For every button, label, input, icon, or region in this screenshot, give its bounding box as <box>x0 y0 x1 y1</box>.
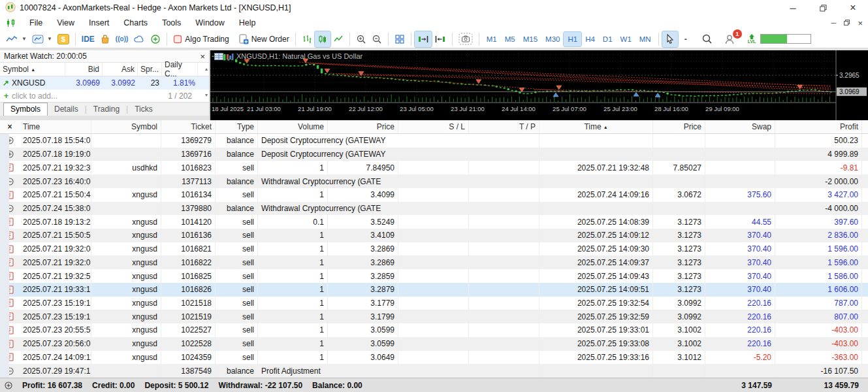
timeframe-m1[interactable]: M1 <box>483 32 501 46</box>
table-row[interactable]: 2025.07.21 19:32:09 xngusd 1016822 sell1… <box>0 255 868 269</box>
timeframe-m15[interactable]: M15 <box>519 32 541 46</box>
search-button[interactable] <box>699 31 715 47</box>
restore-button[interactable] <box>808 0 838 16</box>
bar-chart-style-button[interactable] <box>299 31 315 47</box>
zoom-out-button[interactable] <box>369 31 385 47</box>
table-row[interactable]: 2025.07.18 15:54:02 1369279 balanceDepos… <box>0 134 868 148</box>
metaeditor-button[interactable]: IDE <box>79 31 97 47</box>
mdi-restore-button[interactable] <box>844 19 850 27</box>
table-row[interactable]: 2025.07.29 19:47:13 1387549 balanceProfi… <box>0 364 868 378</box>
menu-insert[interactable]: Insert <box>82 18 116 27</box>
table-row[interactable]: 2025.07.24 15:38:02 1379880 balanceWithd… <box>0 202 868 216</box>
screenshot-button[interactable] <box>456 31 475 47</box>
timeframe-mn[interactable]: MN <box>635 32 655 46</box>
signals-button[interactable]: ((o)) <box>113 31 131 47</box>
tab-details[interactable]: Details <box>48 103 85 116</box>
mw-col-spread[interactable]: Spr... <box>138 63 162 76</box>
col-price[interactable]: Price <box>328 120 398 133</box>
cell-symbol: xngusd <box>91 229 161 242</box>
chart-shift-button[interactable] <box>432 31 449 47</box>
col-type[interactable]: Type <box>216 120 258 133</box>
cell-ticket: 1021519 <box>161 310 216 323</box>
menu-file[interactable]: File <box>22 18 50 27</box>
crosshair-dash-button[interactable]: - <box>678 31 694 47</box>
timeframe-h4[interactable]: H4 <box>581 32 599 46</box>
menu-help[interactable]: Help <box>232 18 263 27</box>
menu-tools[interactable]: Tools <box>155 18 188 27</box>
table-row[interactable]: 2025.07.23 15:19:16 xngusd 1021519 sell1… <box>0 310 868 323</box>
notifications-button[interactable]: 1 <box>722 31 739 47</box>
tab-symbols[interactable]: Symbols <box>3 103 48 116</box>
algo-trading-button[interactable]: Algo Trading <box>170 31 231 47</box>
table-row[interactable]: 2025.07.18 19:19:02 1369716 balanceDepos… <box>0 148 868 161</box>
timeframe-m5[interactable]: M5 <box>501 32 519 46</box>
tile-windows-button[interactable] <box>392 31 408 47</box>
timeframe-m30[interactable]: M30 <box>541 32 564 46</box>
table-row[interactable]: 2025.07.23 20:55:50 xngusd 1022527 sell1… <box>0 323 868 337</box>
cell-symbol: xngusd <box>91 255 161 269</box>
col-volume[interactable]: Volume <box>258 120 328 133</box>
mw-col-daily[interactable]: Daily C... <box>162 63 198 76</box>
col-profit[interactable]: Profit <box>775 120 862 133</box>
menu-charts[interactable]: Charts <box>116 18 155 27</box>
minimize-button[interactable]: ─ <box>778 0 808 16</box>
timeframe-h1[interactable]: H1 <box>564 32 581 46</box>
scroll-down-icon[interactable]: ▾ <box>205 92 208 98</box>
scroll-up-icon[interactable]: ▴ <box>205 66 208 72</box>
timeframe-w1[interactable]: W1 <box>617 32 635 46</box>
line-style-button[interactable] <box>330 31 346 47</box>
mw-col-ask[interactable]: Ask <box>103 63 138 76</box>
table-row[interactable]: 2025.07.23 15:19:10 xngusd 1021518 sell1… <box>0 297 868 310</box>
col-tp[interactable]: T / P <box>469 120 539 133</box>
cell-tp <box>469 229 539 242</box>
table-row[interactable]: 2025.07.18 19:13:22 xngusd 1014120 sell0… <box>0 215 868 229</box>
menu-window[interactable]: Window <box>188 18 231 27</box>
col-sl[interactable]: S / L <box>398 120 469 133</box>
col-swap[interactable]: Swap <box>705 120 775 133</box>
tab-trading[interactable]: Trading <box>87 103 126 116</box>
auto-scroll-button[interactable] <box>415 31 432 47</box>
table-row[interactable]: 2025.07.21 19:33:17 xngusd 1016826 sell1… <box>0 283 868 297</box>
chart-panel[interactable]: XNGUSD,H1: Natural Gas vs US Dollar 3.29… <box>210 50 868 120</box>
market-button[interactable] <box>97 31 113 47</box>
menu-view[interactable]: View <box>50 18 82 27</box>
new-order-button[interactable]: New Order <box>236 31 292 47</box>
click-to-add-row[interactable]: + click to add... 1 / 202 <box>0 90 209 102</box>
mdi-close-button[interactable]: × <box>858 18 863 28</box>
community-button[interactable] <box>148 31 163 47</box>
economic-calendar-button[interactable]: $ <box>55 31 72 47</box>
profiles-button[interactable]: ▼ <box>29 31 55 47</box>
table-row[interactable]: 2025.07.24 14:09:11 xngusd 1024359 sell1… <box>0 351 868 365</box>
table-row[interactable]: 2025.07.23 16:40:00 1377113 balanceWithd… <box>0 174 868 188</box>
cell-tp <box>469 297 539 310</box>
col-close-time[interactable]: Time▲ <box>539 120 653 133</box>
timeframe-d1[interactable]: D1 <box>599 32 617 46</box>
table-row[interactable]: 2025.07.21 15:50:44 xngusd 1016134 sell1… <box>0 188 868 202</box>
cell-tp <box>469 215 539 229</box>
table-row[interactable]: 2025.07.21 19:32:30 usdhkd 1016823 sell1… <box>0 161 868 174</box>
table-row[interactable]: 2025.07.21 19:32:56 xngusd 1016825 sell1… <box>0 269 868 283</box>
mw-col-symbol[interactable]: Symbol ▲ <box>0 63 65 76</box>
zoom-in-button[interactable] <box>353 31 369 47</box>
toolbox-close-icon[interactable]: × <box>7 122 12 131</box>
candlestick-style-button[interactable] <box>315 31 330 47</box>
tab-ticks[interactable]: Ticks <box>128 103 159 116</box>
table-row[interactable]: 2025.07.21 19:32:04 xngusd 1016821 sell1… <box>0 242 868 256</box>
col-ticket[interactable]: Ticket <box>161 120 216 133</box>
table-row[interactable]: 2025.07.23 20:56:09 xngusd 1022528 sell1… <box>0 337 868 351</box>
col-open-time[interactable]: Time <box>20 120 91 133</box>
table-row[interactable]: 2025.07.21 15:50:56 xngusd 1016136 sell1… <box>0 229 868 242</box>
vps-cloud-button[interactable] <box>131 31 148 47</box>
cell-sl <box>398 323 469 337</box>
mw-col-bid[interactable]: Bid <box>65 63 103 76</box>
mdi-minimize-button[interactable]: ─ <box>831 19 837 27</box>
symbol-row-xngusd[interactable]: ↗XNGUSD 3.0969 3.0992 23 1.81% <box>0 76 209 90</box>
market-watch-close-icon[interactable]: × <box>200 52 205 61</box>
col-symbol[interactable]: Symbol <box>91 120 161 133</box>
chart-type-button[interactable]: ▼ <box>3 31 29 47</box>
col-close-price[interactable]: Price <box>653 120 705 133</box>
cursor-tool-button[interactable] <box>662 31 678 47</box>
cell-symbol: usdhkd <box>91 161 161 174</box>
withdrawal-icon <box>6 204 14 212</box>
close-button[interactable]: × <box>838 0 868 16</box>
